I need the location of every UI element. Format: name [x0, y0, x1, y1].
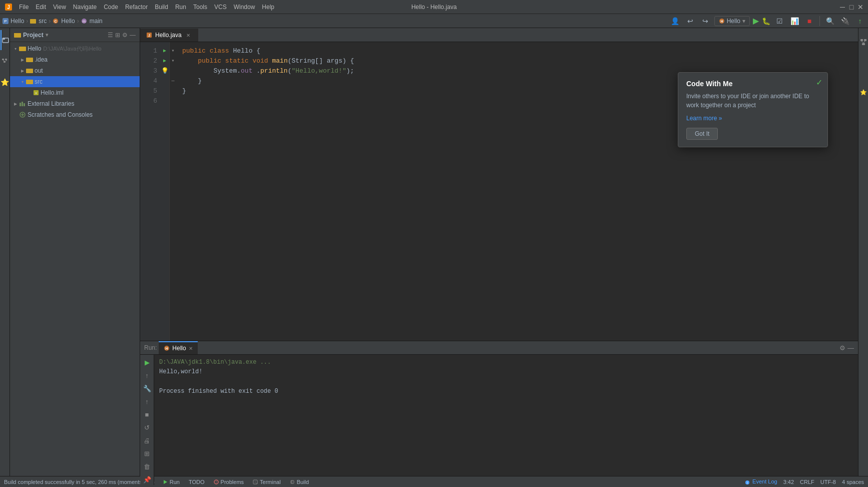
plugins-button[interactable]: 🔌: [839, 15, 851, 27]
separator: [819, 16, 820, 26]
redo-button[interactable]: ↪: [699, 15, 711, 27]
fold-4[interactable]: —: [170, 76, 176, 86]
collapse-all-icon[interactable]: ☰: [108, 32, 113, 39]
lightbulb-icon[interactable]: 💡: [161, 66, 169, 76]
run-up-icon[interactable]: ↑: [142, 370, 153, 381]
tab-filename: Hello.java: [155, 32, 182, 39]
run-line-2[interactable]: ▶: [163, 56, 166, 66]
tab-close-button[interactable]: ✕: [185, 32, 192, 39]
sidebar-project-icon[interactable]: [1, 30, 10, 50]
profile-button[interactable]: 👤: [669, 15, 681, 27]
project-dropdown-icon[interactable]: ▾: [46, 32, 48, 38]
run-up2-icon[interactable]: ↑: [142, 396, 153, 407]
vcs-update-button[interactable]: ↑: [854, 15, 866, 27]
got-it-button[interactable]: Got It: [686, 128, 718, 140]
debug-button[interactable]: 🐛: [762, 17, 770, 25]
undo-button[interactable]: ↩: [684, 15, 696, 27]
project-panel-header-icons[interactable]: ☰ ⊞ ⚙ —: [108, 32, 136, 39]
run-button[interactable]: ▶: [753, 16, 759, 26]
menu-code[interactable]: Code: [101, 3, 121, 12]
learn-more-link[interactable]: Learn more »: [686, 115, 819, 122]
tree-item-scratches[interactable]: Scratches and Consoles: [10, 109, 140, 120]
menu-window[interactable]: Window: [231, 3, 258, 12]
run-configuration[interactable]: H Hello ▾: [714, 16, 750, 26]
run-play-icon[interactable]: ▶: [142, 357, 153, 368]
run-line-1[interactable]: ▶: [163, 46, 166, 56]
svg-text:P: P: [4, 19, 7, 24]
run-print-icon[interactable]: 🖨: [142, 435, 153, 446]
bottom-settings-icon[interactable]: ⚙: [839, 344, 845, 352]
tree-label-iml: Hello.iml: [41, 89, 64, 96]
run-tab-close[interactable]: ✕: [189, 346, 193, 351]
left-sidebar-icons: ⭐: [0, 28, 10, 476]
tree-item-external-libs[interactable]: ▶ External Libraries: [10, 98, 140, 109]
menu-refactor[interactable]: Refactor: [122, 3, 151, 12]
iml-file-icon: X: [33, 90, 39, 96]
fold-1[interactable]: ▾: [170, 46, 176, 56]
menu-view[interactable]: View: [50, 3, 69, 12]
hello-class-icon: C: [53, 18, 59, 24]
menu-help[interactable]: Help: [259, 3, 277, 12]
group-icon[interactable]: ⊞: [115, 32, 120, 39]
tree-item-hello-root[interactable]: ▾ Hello D:\JAVA\Java代码\Hello: [10, 43, 140, 54]
structure-icon[interactable]: [859, 32, 868, 52]
svg-rect-20: [19, 47, 26, 51]
coverage-button[interactable]: ☑: [773, 15, 785, 27]
sidebar-structure-icon[interactable]: [1, 51, 10, 71]
menu-navigate[interactable]: Navigate: [70, 3, 100, 12]
bottom-tab-hello[interactable]: H Hello ✕: [159, 341, 197, 354]
editor-tab-hello-java[interactable]: J Hello.java ✕: [140, 29, 198, 42]
run-stop-icon[interactable]: ■: [142, 409, 153, 420]
code-line-1: public class Hello {: [182, 46, 852, 56]
menu-vcs[interactable]: VCS: [211, 3, 230, 12]
menu-run[interactable]: Run: [172, 3, 189, 12]
project-panel-title: Project ▾: [14, 32, 106, 39]
breadcrumb-main[interactable]: main: [90, 18, 103, 25]
run-group-icon[interactable]: ⊞: [142, 448, 153, 459]
stop-button[interactable]: ■: [803, 15, 815, 27]
main-layout: ⭐ Project ▾ ☰ ⊞ ⚙ — ▾ Hello D:\JAVA\Java…: [0, 28, 868, 476]
fold-2[interactable]: ▾: [170, 56, 176, 66]
tree-item-out[interactable]: ▶ out: [10, 65, 140, 76]
run-tab-icon: H: [164, 345, 170, 351]
scratches-icon: [19, 112, 26, 118]
menu-build[interactable]: Build: [152, 3, 171, 12]
sidebar-favorites-icon[interactable]: ⭐: [1, 72, 10, 92]
status-bar-left: Build completed successfully in 5 sec, 2…: [4, 479, 155, 485]
idea-folder-icon: [26, 57, 33, 63]
close-panel-icon[interactable]: —: [130, 32, 136, 39]
tree-item-hello-iml[interactable]: X Hello.iml: [10, 87, 140, 98]
svg-text:X: X: [35, 92, 37, 95]
menu-tools[interactable]: Tools: [190, 3, 210, 12]
breadcrumb-hello[interactable]: Hello: [61, 18, 75, 25]
console-area[interactable]: D:\JAVA\jdk1.8\bin\java.exe ... Hello,wo…: [154, 355, 858, 485]
close-button[interactable]: ✕: [857, 4, 864, 11]
tree-item-src[interactable]: ▾ src: [10, 76, 140, 87]
tree-label-scratches: Scratches and Consoles: [28, 111, 93, 118]
bottom-panel-header-icons[interactable]: ⚙ —: [839, 344, 854, 352]
run-config-icon: H: [719, 18, 725, 24]
maximize-button[interactable]: □: [848, 4, 855, 11]
right-sidebar: ⭐: [858, 28, 868, 476]
code-line-2: public static void main(String[] args) {: [182, 56, 852, 66]
run-rerun-icon[interactable]: ↺: [142, 422, 153, 433]
out-folder-icon: [26, 68, 33, 74]
bottom-panel-tabs: Run: H Hello ✕ ⚙ —: [140, 341, 858, 355]
breadcrumb-src[interactable]: src: [39, 18, 47, 25]
menu-file[interactable]: File: [16, 3, 32, 12]
favorites-icon[interactable]: ⭐: [859, 82, 868, 102]
minimize-button[interactable]: ─: [839, 4, 846, 11]
search-everywhere-button[interactable]: 🔍: [824, 15, 836, 27]
breadcrumb-project[interactable]: Hello: [11, 18, 24, 25]
settings-icon[interactable]: ⚙: [122, 32, 128, 39]
menu-edit[interactable]: Edit: [33, 3, 49, 12]
run-delete-icon[interactable]: 🗑: [142, 461, 153, 472]
run-pin-icon[interactable]: 📌: [142, 474, 153, 485]
profile-run-button[interactable]: 📊: [788, 15, 800, 27]
window-controls[interactable]: ─ □ ✕: [839, 4, 864, 11]
run-wrench-icon[interactable]: 🔧: [142, 383, 153, 394]
svg-rect-13: [2, 59, 4, 60]
bottom-close-icon[interactable]: —: [847, 344, 854, 352]
tree-item-idea[interactable]: ▶ .idea: [10, 54, 140, 65]
breadcrumb-area: P Hello › src › C Hello › m main: [2, 18, 103, 25]
